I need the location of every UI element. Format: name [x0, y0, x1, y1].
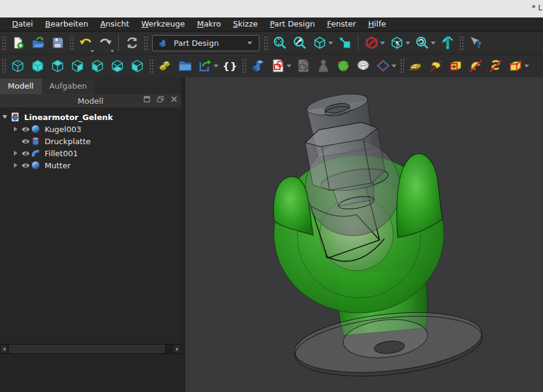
expand-arrow-icon[interactable] — [11, 163, 21, 168]
create-part-button[interactable] — [155, 56, 175, 76]
toolbar-grip[interactable] — [1, 35, 6, 51]
tab-modell[interactable]: Modell — [0, 78, 42, 94]
toolbar-grip[interactable] — [148, 58, 153, 74]
window-title: * L — [532, 3, 542, 12]
tab-aufgaben[interactable]: Aufgaben — [42, 78, 95, 94]
scroll-left-arrow-icon — [3, 347, 5, 351]
tree-row-kugel003[interactable]: Kugel003 — [0, 123, 181, 135]
create-group-button[interactable] — [175, 56, 195, 76]
selection-mode-icon — [390, 36, 404, 50]
varset-button[interactable]: {} — [220, 56, 240, 76]
undo-history-caret[interactable] — [91, 50, 94, 52]
tree-row-fillet001[interactable]: Fillet001 — [0, 147, 181, 159]
menu-datei[interactable]: Datei — [6, 18, 39, 30]
toolbar-grip[interactable] — [263, 35, 268, 51]
varset-icon: {} — [223, 60, 238, 72]
expand-arrow-icon[interactable] — [11, 127, 21, 131]
shapebinder-icon — [356, 58, 370, 73]
shapebinder-button[interactable] — [353, 56, 373, 76]
workbench-selector[interactable]: Part Design — [152, 35, 259, 51]
validate-sketch-button[interactable] — [333, 56, 353, 76]
float-icon[interactable] — [157, 96, 164, 103]
refresh-icon — [125, 36, 139, 50]
hole-icon — [448, 58, 463, 74]
create-sketch-icon — [271, 58, 285, 73]
toolbar-grip[interactable] — [69, 35, 74, 51]
menu-fenster[interactable]: Fenster — [321, 18, 362, 30]
new-document-button[interactable] — [8, 33, 28, 53]
refresh-button[interactable] — [122, 33, 142, 53]
map-sketch-button[interactable] — [313, 56, 333, 76]
bottom-view-button[interactable] — [107, 56, 127, 76]
new-document-icon — [11, 36, 25, 49]
edit-sketch-button[interactable] — [293, 56, 313, 76]
menu-makro[interactable]: Makro — [191, 18, 227, 30]
menu-ansicht[interactable]: Ansicht — [94, 18, 135, 30]
model-dock-header: Modell — [0, 94, 181, 107]
menu-part-design[interactable]: Part Design — [264, 18, 321, 30]
right-view-button[interactable] — [68, 56, 87, 76]
top-view-button[interactable] — [48, 56, 68, 76]
fit-all-icon — [273, 36, 287, 50]
primitive-button[interactable] — [506, 56, 526, 76]
menu-werkzeuge[interactable]: Werkzeuge — [135, 18, 191, 30]
front-view-icon — [30, 58, 45, 74]
close-icon[interactable] — [171, 96, 177, 103]
scrollbar-track[interactable] — [8, 344, 173, 353]
visibility-eye-icon[interactable] — [21, 126, 30, 133]
dock-icon[interactable] — [144, 96, 150, 103]
visibility-eye-icon[interactable] — [21, 150, 30, 157]
undo-button[interactable] — [75, 33, 95, 53]
left-view-button[interactable] — [127, 56, 147, 76]
rear-view-button[interactable] — [87, 56, 107, 76]
pad-button[interactable] — [406, 56, 426, 76]
expand-arrow-icon[interactable] — [11, 151, 21, 156]
menu-skizze[interactable]: Skizze — [227, 18, 264, 30]
toolbar-grip[interactable] — [399, 58, 404, 74]
save-button[interactable] — [48, 33, 68, 53]
visibility-eye-icon[interactable] — [21, 138, 30, 145]
fit-selection-button[interactable] — [290, 33, 310, 53]
tree-row-mutter[interactable]: Mutter — [0, 159, 181, 171]
open-file-button[interactable] — [28, 33, 48, 53]
menu-bearbeiten[interactable]: Bearbeiten — [39, 18, 94, 30]
collapse-arrow-icon[interactable] — [0, 115, 10, 119]
helix-button[interactable] — [486, 56, 506, 76]
make-link-button[interactable] — [195, 56, 215, 76]
scrollbar-thumb[interactable] — [9, 345, 165, 353]
save-icon — [51, 36, 65, 49]
measure-button[interactable] — [437, 33, 457, 53]
menu-hilfe[interactable]: Hilfe — [362, 18, 392, 30]
home-view-button[interactable] — [8, 56, 28, 76]
whats-this-button[interactable]: ? — [465, 33, 485, 53]
toolbar-grip[interactable] — [459, 35, 463, 51]
redo-history-caret[interactable] — [110, 50, 114, 52]
hole-button[interactable] — [446, 56, 466, 76]
tree-row-druckplatte[interactable]: Druckplatte — [0, 135, 181, 147]
align-to-selection-button[interactable] — [335, 33, 355, 53]
axonometric-view-button[interactable] — [310, 33, 329, 53]
tree-row-document[interactable]: Linearmotor_Gelenk — [0, 111, 181, 123]
scroll-right-button[interactable] — [173, 344, 181, 353]
toolbar-grip[interactable] — [143, 35, 148, 51]
tree-horizontal-scrollbar[interactable] — [0, 344, 181, 353]
redo-button[interactable] — [95, 33, 115, 53]
front-view-button[interactable] — [28, 56, 48, 76]
create-sketch-button[interactable] — [268, 56, 288, 76]
draw-style-button[interactable] — [361, 33, 381, 53]
create-datum-button[interactable] — [373, 56, 393, 76]
toolbar-grip[interactable] — [241, 58, 246, 74]
panel-splitter[interactable] — [181, 77, 185, 392]
revolution-button[interactable] — [426, 56, 446, 76]
selection-mode-button[interactable] — [387, 33, 407, 53]
rotate-view-button[interactable] — [412, 33, 432, 53]
create-body-button[interactable] — [248, 56, 268, 76]
3d-viewport[interactable] — [185, 77, 543, 392]
align-to-selection-icon — [338, 36, 352, 50]
menubar: Datei Bearbeiten Ansicht Werkzeuge Makro… — [0, 17, 543, 31]
visibility-eye-icon[interactable] — [21, 162, 30, 169]
scroll-left-button[interactable] — [0, 344, 8, 353]
groove-button[interactable] — [466, 56, 486, 76]
toolbar-grip[interactable] — [1, 58, 6, 74]
fit-all-button[interactable] — [270, 33, 290, 53]
